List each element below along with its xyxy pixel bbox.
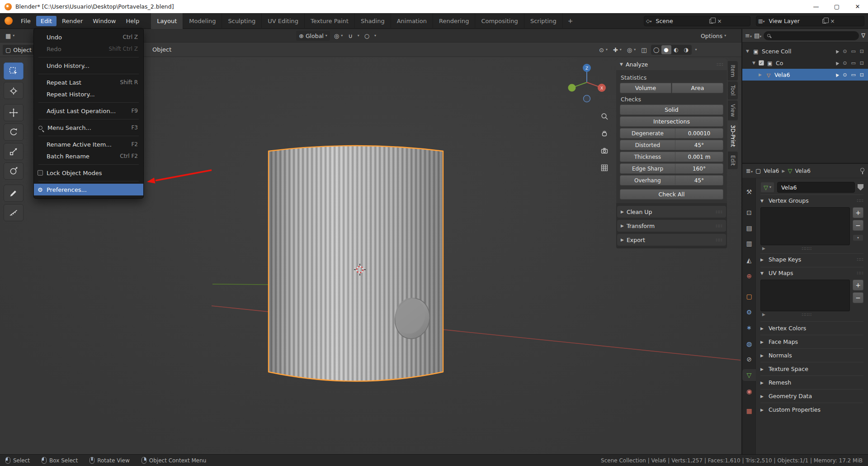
maximize-button[interactable]: ▢: [826, 0, 847, 13]
menu-item[interactable]: Rename Active Item... F2: [34, 138, 143, 150]
shading-rendered-button[interactable]: ◑: [681, 45, 691, 54]
panel-grip-icon[interactable]: ∷∷: [857, 271, 863, 276]
data-panel-header[interactable]: ▶ Vertex Colors: [760, 321, 863, 335]
expand-icon[interactable]: ▶: [759, 72, 765, 77]
add-uv-map-button[interactable]: +: [853, 280, 863, 290]
workspace-tab[interactable]: Layout: [151, 13, 183, 29]
tab-world-properties[interactable]: ⊕: [742, 270, 756, 282]
uv-maps-panel-header[interactable]: ▼ UV Maps ∷∷: [760, 267, 863, 279]
sidebar-tab[interactable]: Item: [728, 61, 738, 81]
menu-item[interactable]: [38, 164, 139, 165]
hide-eye-icon[interactable]: ⊙: [843, 48, 847, 54]
intersections-check-button[interactable]: Intersections: [620, 116, 723, 127]
collapsed-panel-header[interactable]: ▶ Clean Up ∷∷: [617, 206, 726, 218]
tab-render-properties[interactable]: ⊡: [742, 207, 756, 219]
remove-vertex-group-button[interactable]: −: [853, 220, 863, 231]
sidebar-tab[interactable]: 3D-Print: [728, 121, 738, 151]
data-panel-header[interactable]: ▶ Custom Properties: [760, 403, 863, 416]
collapsed-panel-header[interactable]: ▶ Transform ∷∷: [617, 220, 726, 232]
fake-user-shield-icon[interactable]: [858, 184, 863, 190]
selectable-icon[interactable]: [835, 72, 840, 77]
check-field[interactable]: Overhang 45°: [620, 175, 723, 185]
workspace-tab[interactable]: Modeling: [183, 13, 222, 29]
filter-icon[interactable]: ∇: [861, 33, 865, 38]
menu-item[interactable]: Undo History...: [34, 60, 143, 71]
camera-view-button[interactable]: [598, 144, 611, 157]
volume-button[interactable]: Volume: [620, 83, 671, 93]
candle-holder-object[interactable]: [269, 146, 443, 381]
pan-button[interactable]: [598, 127, 611, 140]
analyze-panel-header[interactable]: ▼ Analyze ∷∷: [616, 58, 727, 70]
collection-checkbox[interactable]: [759, 60, 764, 66]
outliner-display-mode-dropdown[interactable]: ▤▾: [754, 33, 761, 38]
tab-material-properties[interactable]: ◉: [742, 385, 756, 397]
menu-item[interactable]: Menu Search... F3: [34, 122, 143, 133]
list-filter-expand-icon[interactable]: ▶: [762, 246, 765, 251]
tab-view-layer-properties[interactable]: ▥: [742, 238, 756, 249]
unlink-scene-icon[interactable]: ×: [716, 18, 723, 24]
tab-output-properties[interactable]: ▤: [742, 222, 756, 234]
check-field[interactable]: Degenerate 0.00010: [620, 128, 723, 138]
menu-item[interactable]: [38, 181, 139, 181]
check-field-value[interactable]: 160°: [675, 164, 723, 173]
scene-icon[interactable]: ◇▾: [646, 18, 651, 24]
hide-viewport-icon[interactable]: ▭: [851, 60, 855, 66]
outliner-row[interactable]: ▶ Vela6 ⊙ ▭ ⊡: [742, 69, 868, 81]
shading-material-button[interactable]: ◐: [671, 45, 681, 54]
object-menu[interactable]: Object: [149, 45, 175, 54]
tab-scene-properties[interactable]: ◭: [742, 254, 756, 266]
outliner-search[interactable]: [764, 31, 859, 40]
area-button[interactable]: Area: [672, 83, 723, 93]
menu-item[interactable]: Redo Shift Ctrl Z: [34, 43, 143, 55]
add-vertex-group-button[interactable]: +: [853, 207, 863, 218]
zoom-button[interactable]: [598, 109, 611, 123]
outliner-row[interactable]: ▼ Scene Coll ⊙ ▭ ⊡: [742, 45, 868, 57]
outliner-editor-icon[interactable]: ≡▾: [745, 33, 752, 38]
breadcrumb-object[interactable]: Vela6: [764, 167, 779, 174]
gizmos-dropdown[interactable]: ✚▾: [612, 45, 623, 55]
outliner-item-label[interactable]: Co: [776, 60, 835, 67]
workspace-tab[interactable]: Sculpting: [222, 13, 262, 29]
tab-object-properties[interactable]: ▢: [742, 290, 756, 302]
menu-button[interactable]: Help: [122, 16, 144, 26]
check-field-value[interactable]: 0.001 m: [675, 152, 723, 162]
check-field[interactable]: Edge Sharp 160°: [620, 163, 723, 174]
menu-item[interactable]: Repeat Last Shift R: [34, 76, 143, 88]
tab-physics-properties[interactable]: ◍: [742, 338, 756, 350]
menu-button[interactable]: Window: [88, 16, 120, 26]
hide-viewport-icon[interactable]: ▭: [851, 72, 855, 78]
menu-item[interactable]: Adjust Last Operation... F9: [34, 105, 143, 117]
outliner-item-label[interactable]: Scene Coll: [762, 48, 835, 55]
menu-item[interactable]: [38, 102, 139, 103]
data-panel-header[interactable]: ▶ Remesh: [760, 376, 863, 389]
menu-item[interactable]: Repeat History...: [34, 88, 143, 100]
tool-measure[interactable]: [4, 204, 24, 221]
tool-annotate[interactable]: [4, 185, 24, 202]
workspace-tab[interactable]: Compositing: [475, 13, 524, 29]
menu-item[interactable]: Lock Object Modes: [34, 167, 143, 179]
panel-grip-icon[interactable]: ∷∷: [717, 62, 723, 67]
data-panel-header[interactable]: ▶ Texture Space: [760, 362, 863, 376]
add-workspace-button[interactable]: +: [563, 17, 578, 24]
tool-cursor[interactable]: [4, 82, 24, 99]
workspace-tab[interactable]: Shading: [355, 13, 391, 29]
panel-grip-icon[interactable]: ∷∷: [716, 209, 722, 214]
mesh-data-selector[interactable]: ▽▾: [760, 182, 774, 193]
tool-transform[interactable]: [4, 162, 24, 180]
selectable-icon[interactable]: [835, 49, 840, 53]
sidebar-tab[interactable]: Tool: [728, 81, 738, 99]
data-name-field[interactable]: [777, 182, 855, 193]
tab-modifier-properties[interactable]: ⚙: [742, 306, 756, 318]
tab-particles-properties[interactable]: ∗: [742, 322, 756, 333]
tool-move[interactable]: [4, 104, 24, 121]
menu-button[interactable]: Edit: [36, 16, 57, 26]
vertex-group-specials-dropdown[interactable]: ▾: [853, 234, 863, 241]
tab-texture-properties[interactable]: ▦: [742, 405, 756, 417]
outliner-item-label[interactable]: Vela6: [774, 71, 835, 78]
tab-constraints-properties[interactable]: ⊘: [742, 353, 756, 365]
tab-object-data-properties[interactable]: ▽: [742, 369, 756, 381]
sidebar-tab[interactable]: Edit: [728, 152, 738, 169]
view-layer-name[interactable]: View Layer: [767, 18, 820, 24]
check-field[interactable]: Thickness 0.001 m: [620, 152, 723, 162]
close-button[interactable]: ✕: [847, 0, 868, 13]
